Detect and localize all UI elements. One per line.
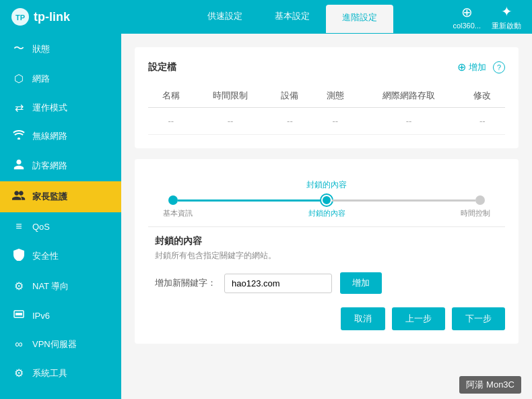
wizard-steps: 封鎖的內容 基本資訊 封鎖的內容 時間控制 [148, 173, 505, 218]
status-icon: 〜 [12, 42, 26, 56]
sidebar-item-qos[interactable]: ≡ QoS [0, 212, 121, 241]
wizard-labels: 基本資訊 封鎖的內容 時間控制 [162, 208, 492, 218]
content-area: 設定檔 ⊕ 增加 ? 名稱 時間限制 設備 [121, 34, 532, 399]
step-dot-3 [475, 195, 485, 205]
cloud-icon: ⊕ [461, 4, 473, 20]
step-label-3: 時間控制 [461, 208, 490, 218]
sidebar-label-parental: 家長監護 [32, 191, 67, 203]
sidebar-label-vpn: VPN伺服器 [32, 338, 77, 350]
wizard-track [162, 195, 492, 206]
sidebar-label-security: 安全性 [32, 250, 59, 262]
tab-quick-setup[interactable]: 供速設定 [191, 1, 259, 33]
prev-button[interactable]: 上一步 [392, 307, 445, 330]
sidebar-item-operation-mode[interactable]: ⇄ 運作模式 [0, 93, 121, 122]
next-button[interactable]: 下一步 [452, 307, 505, 330]
svg-rect-3 [15, 313, 22, 315]
sidebar-label-operation: 運作模式 [32, 102, 67, 114]
security-icon [12, 249, 26, 264]
keyword-label: 增加新關鍵字： [155, 277, 216, 289]
parental-icon [12, 189, 26, 204]
cell-time: -- [193, 108, 267, 135]
keyword-form-row: 增加新關鍵字： 增加 [155, 272, 498, 294]
cloud-label: col360... [453, 22, 481, 30]
nat-icon: ⚙ [12, 280, 26, 293]
add-profile-button[interactable]: ⊕ 增加 [457, 61, 486, 73]
sidebar-item-guest[interactable]: 訪客網路 [0, 150, 121, 181]
cell-device: -- [267, 108, 312, 135]
section-title: 封鎖的內容 [155, 235, 498, 247]
sidebar-label-ipv6: IPv6 [32, 311, 50, 321]
col-device: 設備 [267, 84, 312, 108]
tools-icon: ⚙ [12, 367, 26, 379]
sidebar-label-qos: QoS [32, 222, 50, 232]
sidebar-item-parental[interactable]: 家長監護 [0, 181, 121, 212]
operation-icon: ⇄ [12, 101, 26, 114]
header: TP tp-link 供速設定 基本設定 進階設定 ⊕ col360... ✦ … [0, 0, 532, 34]
wireless-icon [12, 130, 26, 142]
cell-modify: -- [460, 108, 505, 135]
profile-card: 設定檔 ⊕ 增加 ? 名稱 時間限制 設備 [135, 47, 519, 148]
card-title: 設定檔 [148, 61, 176, 73]
sidebar-item-network[interactable]: ⬡ 網路 [0, 64, 121, 93]
col-internet: 網際網路存取 [358, 84, 460, 108]
tab-basic-setup[interactable]: 基本設定 [259, 1, 326, 33]
sidebar-label-nat: NAT 導向 [32, 280, 69, 293]
cancel-button[interactable]: 取消 [341, 307, 385, 330]
profile-table: 名稱 時間限制 設備 測態 網際網路存取 修改 -- -- -- [148, 84, 505, 135]
sidebar-item-security[interactable]: 安全性 [0, 241, 121, 272]
sidebar-item-tools[interactable]: ⚙ 系統工具 [0, 359, 121, 388]
sidebar-item-nat[interactable]: ⚙ NAT 導向 [0, 272, 121, 301]
logo-text: tp-link [34, 10, 70, 24]
tab-advanced-setup[interactable]: 進階設定 [326, 5, 393, 33]
help-icon[interactable]: ? [493, 61, 505, 73]
logo-area: TP tp-link [11, 7, 132, 26]
main-layout: 〜 狀態 ⬡ 網路 ⇄ 運作模式 無線網路 訪客網路 [0, 34, 532, 399]
plus-icon: ⊕ [457, 61, 466, 73]
wizard-current-label: 封鎖的內容 [162, 179, 492, 191]
sidebar-item-ipv6[interactable]: IPv6 [0, 301, 121, 330]
table-header-row: 名稱 時間限制 設備 測態 網際網路存取 修改 [148, 84, 505, 108]
reboot-icon: ✦ [501, 3, 512, 20]
col-time: 時間限制 [193, 84, 267, 108]
sidebar-label-wireless: 無線網路 [32, 130, 67, 142]
guest-icon [12, 158, 26, 173]
section-desc: 封鎖所有包含指定關鍵字的網站。 [155, 250, 498, 262]
reboot-label: 重新啟動 [492, 21, 521, 31]
col-modify: 修改 [460, 84, 505, 108]
cell-name: -- [148, 108, 193, 135]
sidebar-item-status[interactable]: 〜 狀態 [0, 34, 121, 64]
track-2 [332, 200, 475, 202]
nav-tabs: 供速設定 基本設定 進階設定 [132, 1, 453, 33]
cell-status: -- [312, 108, 358, 135]
add-keyword-button[interactable]: 增加 [340, 272, 382, 294]
cell-internet: -- [358, 108, 460, 135]
keyword-input[interactable] [224, 274, 332, 293]
svg-text:TP: TP [15, 13, 25, 22]
track-1 [178, 200, 321, 202]
blocked-content-section: 封鎖的內容 封鎖所有包含指定關鍵字的網站。 增加新關鍵字： 增加 [148, 235, 505, 294]
col-name: 名稱 [148, 84, 193, 108]
qos-icon: ≡ [12, 220, 26, 233]
network-icon: ⬡ [12, 72, 26, 85]
step-dot-2 [321, 195, 332, 206]
sidebar: 〜 狀態 ⬡ 網路 ⇄ 運作模式 無線網路 訪客網路 [0, 34, 121, 399]
col-status: 測態 [312, 84, 358, 108]
sidebar-label-guest: 訪客網路 [32, 160, 67, 172]
table-row: -- -- -- -- -- -- [148, 108, 505, 135]
tp-link-logo-icon: TP [11, 7, 30, 26]
divider [148, 226, 505, 227]
header-actions: ⊕ col360... ✦ 重新啟動 [453, 3, 521, 31]
reboot-button[interactable]: ✦ 重新啟動 [492, 3, 521, 31]
wizard-card: 封鎖的內容 基本資訊 封鎖的內容 時間控制 [135, 159, 519, 344]
step-label-2: 封鎖的內容 [308, 208, 345, 218]
step-label-1: 基本資訊 [163, 208, 193, 218]
sidebar-label-tools: 系統工具 [32, 367, 67, 379]
sidebar-item-vpn[interactable]: ∞ VPN伺服器 [0, 330, 121, 359]
sidebar-item-wireless[interactable]: 無線網路 [0, 122, 121, 150]
step-dot-1 [168, 195, 178, 205]
action-buttons: 取消 上一步 下一步 [148, 307, 505, 330]
sidebar-label-status: 狀態 [32, 43, 50, 55]
cloud-account-button[interactable]: ⊕ col360... [453, 4, 481, 30]
ipv6-icon [12, 309, 26, 322]
vpn-icon: ∞ [12, 338, 26, 350]
